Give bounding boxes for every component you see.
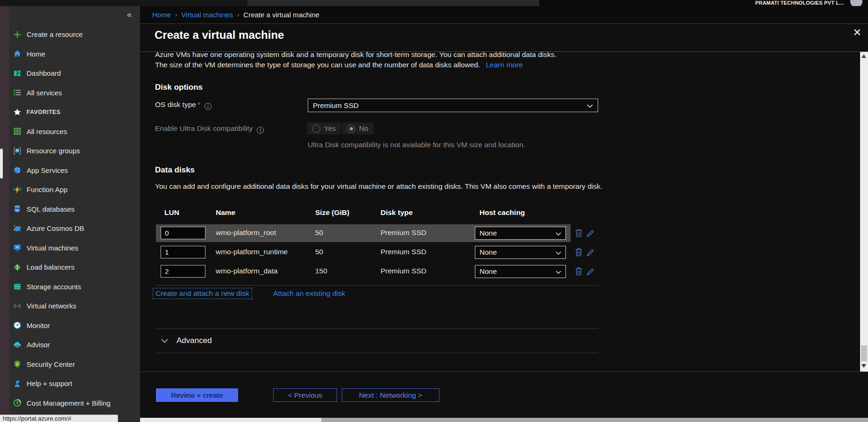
disk-type: Premium SSD: [381, 229, 426, 237]
sidebar-item-advisor[interactable]: Advisor: [9, 335, 140, 355]
lun-input[interactable]: [161, 246, 205, 258]
svg-text:$: $: [16, 401, 18, 405]
cube-icon: [13, 146, 22, 156]
sidebar-item-virtual-networks[interactable]: Virtual networks: [9, 296, 140, 316]
status-url: https://portal.azure.com/#: [0, 415, 118, 422]
disk-size: 50: [315, 248, 323, 256]
vertical-scrollbar[interactable]: [860, 52, 868, 372]
attach-existing-disk-link[interactable]: Attach an existing disk: [273, 289, 345, 298]
sidebar-item-all-resources[interactable]: All resources: [9, 122, 140, 142]
sidebar-item-create-a-resource[interactable]: Create a resource: [9, 25, 140, 44]
sidebar-item-virtual-machines[interactable]: Virtual machines: [9, 238, 140, 258]
avatar[interactable]: [850, 0, 862, 6]
column-lun: LUN: [164, 208, 179, 217]
scroll-up-icon[interactable]: [861, 54, 866, 58]
global-search-bar[interactable]: [247, 0, 539, 6]
sidebar-item-help-support[interactable]: Help + support: [9, 374, 140, 393]
star-icon: [13, 107, 22, 117]
lightning-icon: [13, 185, 22, 194]
delete-disk-icon[interactable]: [575, 267, 584, 276]
os-disk-type-select[interactable]: Premium SSD: [308, 99, 598, 112]
radio-checked-icon: [347, 125, 355, 133]
lun-input[interactable]: [161, 227, 205, 239]
sidebar: « Create a resource Home Dashboard All s…: [9, 6, 140, 422]
ultra-disk-label: Enable Ultra Disk compatibility: [155, 124, 264, 134]
sidebar-section-favorites: FAVORITES: [9, 102, 140, 122]
home-icon: [13, 49, 22, 58]
main-panel: Home › Virtual machines › Create a virtu…: [140, 6, 868, 422]
delete-disk-icon[interactable]: [575, 248, 584, 257]
sidebar-item-all-services[interactable]: All services: [9, 83, 140, 103]
create-and-attach-new-disk-link[interactable]: Create and attach a new disk: [153, 288, 252, 299]
close-icon[interactable]: ✕: [853, 27, 861, 39]
chevron-right-icon: ›: [237, 11, 239, 18]
divider: [156, 329, 599, 329]
ultra-disk-note: Ultra Disk compatibility is not availabl…: [308, 141, 525, 149]
info-icon[interactable]: [205, 103, 212, 110]
breadcrumb-virtual-machines[interactable]: Virtual machines: [181, 11, 233, 19]
sidebar-item-dashboard[interactable]: Dashboard: [9, 64, 140, 83]
sidebar-item-load-balancers[interactable]: Load balancers: [9, 257, 140, 277]
sidebar-item-resource-groups[interactable]: Resource groups: [9, 141, 140, 161]
horizontal-scrollbar[interactable]: [140, 418, 868, 422]
host-caching-select[interactable]: None: [475, 227, 566, 240]
breadcrumb-home[interactable]: Home: [152, 11, 171, 19]
info-icon[interactable]: [257, 127, 264, 134]
scroll-down-icon[interactable]: [861, 364, 866, 368]
sidebar-item-azure-cosmos-db[interactable]: Azure Cosmos DB: [9, 219, 140, 238]
monitor-icon: [13, 243, 22, 252]
grid-icon: [13, 127, 22, 136]
chevron-down-icon: [587, 101, 593, 110]
lun-input[interactable]: [161, 265, 205, 278]
disk-options-heading: Disk options: [155, 83, 203, 92]
sidebar-item-storage-accounts[interactable]: Storage accounts: [9, 277, 140, 297]
edit-disk-icon[interactable]: [586, 267, 596, 276]
column-size: Size (GiB): [315, 208, 349, 217]
edge-scrollbar-thumb[interactable]: [0, 149, 3, 179]
chevron-down-icon: [161, 336, 168, 345]
load-balancer-icon: [13, 263, 22, 272]
host-caching-select[interactable]: None: [475, 246, 566, 259]
horizontal-scrollbar-thumb[interactable]: [321, 418, 868, 422]
disk-size: 50: [315, 229, 323, 237]
learn-more-link[interactable]: Learn more: [486, 61, 523, 69]
host-caching-select[interactable]: None: [475, 265, 566, 278]
sidebar-item-security-center[interactable]: Security Center: [9, 355, 140, 374]
edit-disk-icon[interactable]: [586, 229, 596, 238]
ultra-disk-no-option: No: [342, 122, 374, 135]
column-disk-type: Disk type: [381, 208, 413, 217]
advisor-icon: [13, 340, 22, 350]
disk-type: Premium SSD: [381, 267, 426, 275]
advanced-section-toggle[interactable]: Advanced: [161, 336, 212, 345]
table-row: wmo-platform_runtime 50 Premium SSD None: [156, 243, 571, 261]
chevron-right-icon: ›: [175, 11, 177, 18]
table-row: wmo-platform_data 150 Premium SSD None: [156, 263, 571, 280]
divider: [156, 285, 599, 286]
breadcrumb: Home › Virtual machines › Create a virtu…: [152, 11, 319, 19]
breadcrumb-current: Create a virtual machine: [243, 11, 319, 19]
review-create-button[interactable]: Review + create: [156, 388, 238, 402]
tenant-name[interactable]: PRAMATI TECHNOLOGIES PVT L...: [755, 0, 844, 6]
disk-name: wmo-platform_runtime: [216, 248, 288, 256]
window-edge-strip: [0, 6, 9, 422]
previous-button[interactable]: < Previous: [273, 388, 337, 402]
collapse-sidebar-button[interactable]: «: [127, 10, 132, 20]
sidebar-item-app-services[interactable]: App Services: [9, 161, 140, 180]
radio-unchecked-icon: [312, 125, 320, 133]
gauge-icon: [13, 321, 22, 330]
disk-size: 150: [315, 267, 327, 275]
dashboard-icon: [13, 69, 22, 78]
sidebar-item-sql-databases[interactable]: SQL SQL databases: [9, 200, 140, 219]
sidebar-item-home[interactable]: Home: [9, 44, 140, 64]
sidebar-item-cost-management-billing[interactable]: $ Cost Management + Billing: [9, 393, 140, 413]
next-networking-button[interactable]: Next : Networking >: [342, 388, 439, 402]
sidebar-item-monitor[interactable]: Monitor: [9, 316, 140, 336]
network-icon: [13, 301, 22, 311]
os-disk-type-label: OS disk type*: [155, 100, 212, 110]
divider: [140, 372, 868, 372]
delete-disk-icon[interactable]: [575, 229, 584, 238]
vertical-scrollbar-thumb[interactable]: [861, 345, 867, 361]
edit-disk-icon[interactable]: [586, 248, 596, 257]
storage-icon: [13, 282, 22, 291]
sidebar-item-function-app[interactable]: Function App: [9, 180, 140, 200]
